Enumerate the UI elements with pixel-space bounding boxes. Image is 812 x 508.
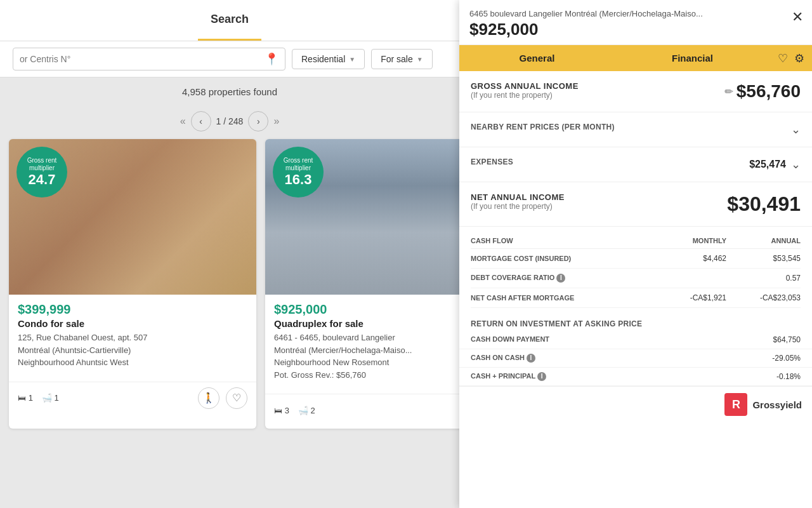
- pagination: « ‹ 1 / 248 › »: [0, 106, 459, 139]
- gross-income-value: ✏ $56,760: [724, 81, 801, 102]
- info-icon[interactable]: i: [537, 372, 546, 381]
- cashflow-annual-value: $53,545: [726, 249, 801, 269]
- roi-rows: CASH DOWN PAYMENT$64,750CASH ON CASHi-29…: [459, 331, 812, 386]
- listing-card[interactable]: Gross rentmultiplier 16.3 $925,000 Quadr…: [265, 139, 459, 429]
- cashflow-annual-value: 0.57: [726, 269, 801, 288]
- grossyield-footer: R Grossyield: [459, 386, 812, 422]
- search-tab[interactable]: Search: [198, 0, 261, 41]
- property-type-dropdown[interactable]: Residential ▼: [292, 49, 365, 69]
- first-page-button[interactable]: «: [180, 116, 186, 127]
- cashflow-row-label: DEBT COVERAGE RATIOi: [471, 269, 660, 288]
- card-actions: 🚶 ♡: [198, 387, 247, 409]
- panel-price: $925,000: [469, 20, 802, 39]
- cashflow-monthly-value: [660, 269, 726, 288]
- info-icon[interactable]: i: [556, 274, 565, 283]
- edit-icon[interactable]: ✏: [724, 86, 733, 98]
- bath-icon: 🛁 2: [298, 406, 315, 415]
- tab-general[interactable]: General: [459, 45, 615, 71]
- badge-value: 16.3: [285, 172, 312, 187]
- listing-type-label: For sale: [381, 54, 413, 64]
- badge-label: Gross rentmultiplier: [27, 157, 57, 172]
- chevron-down-icon: ⌄: [791, 157, 801, 171]
- close-button[interactable]: ✕: [792, 9, 803, 25]
- property-detail-panel: 6465 boulevard Langelier Montréal (Merci…: [459, 0, 812, 508]
- prev-page-button[interactable]: ‹: [191, 111, 211, 131]
- gross-income-header: GROSS ANNUAL INCOME (If you rent the pro…: [471, 81, 801, 102]
- card-address: 6461 - 6465, boulevard Langelier Montréa…: [274, 331, 459, 381]
- cashflow-row: DEBT COVERAGE RATIOi0.57: [471, 269, 801, 288]
- listing-type-dropdown[interactable]: For sale ▼: [371, 49, 432, 69]
- search-input-wrap[interactable]: 📍: [13, 48, 285, 70]
- card-type: Quadruplex for sale: [274, 318, 459, 329]
- gross-rent-multiplier-badge: Gross rentmultiplier 24.7: [16, 147, 67, 197]
- next-page-button[interactable]: ›: [248, 111, 268, 131]
- expenses-section[interactable]: EXPENSES $25,474 ⌄: [459, 147, 812, 182]
- card-stats: 🛏 1 🛁 1: [18, 393, 59, 403]
- gross-income-title: GROSS ANNUAL INCOME: [471, 81, 579, 91]
- card-image-wrap: Gross rentmultiplier 16.3: [265, 139, 459, 295]
- tab-financial[interactable]: Financial: [615, 45, 770, 71]
- roi-row-label: CASH DOWN PAYMENT: [471, 335, 549, 344]
- grossyield-name: Grossyield: [752, 399, 802, 410]
- card-price: $399,999: [18, 302, 247, 317]
- cashflow-row: NET CASH AFTER MORTGAGE-CA$1,921-CA$23,0…: [471, 288, 801, 308]
- card-address: 125, Rue Chabanel Ouest, apt. 507 Montré…: [18, 331, 247, 369]
- cashflow-monthly-value: -CA$1,921: [660, 288, 726, 308]
- net-income-title: NET ANNUAL INCOME: [471, 192, 565, 202]
- gross-income-section: GROSS ANNUAL INCOME (If you rent the pro…: [459, 71, 812, 112]
- expenses-label: EXPENSES: [471, 157, 513, 166]
- card-price: $925,000: [274, 302, 459, 317]
- info-icon[interactable]: i: [527, 354, 535, 363]
- cashflow-col-label: CASH FLOW: [471, 233, 660, 249]
- cards-area: Gross rentmultiplier 24.7 $399,999 Condo…: [0, 139, 459, 429]
- grossyield-logo: R: [724, 393, 747, 416]
- last-page-button[interactable]: »: [273, 116, 279, 127]
- bath-icon: 🛁 1: [42, 393, 59, 403]
- card-stats: 🛏 3 🛁 2: [274, 406, 315, 415]
- expenses-header: EXPENSES $25,474 ⌄: [471, 157, 801, 171]
- cashflow-monthly-value: $4,462: [660, 249, 726, 269]
- panel-address: 6465 boulevard Langelier Montréal (Merci…: [469, 9, 802, 18]
- location-pin-icon: 📍: [265, 52, 278, 66]
- card-image-wrap: Gross rentmultiplier 24.7: [9, 139, 256, 295]
- nearby-rent-section[interactable]: NEARBY RENT PRICES (PER MONTH) ⌄: [459, 112, 812, 147]
- card-footer: 🛏 1 🛁 1 🚶 ♡: [9, 382, 256, 417]
- cashflow-col-annual: ANNUAL: [726, 233, 801, 249]
- cashflow-row: MORTGAGE COST (INSURED)$4,462$53,545: [471, 249, 801, 269]
- bed-icon: 🛏 3: [274, 406, 289, 415]
- roi-row-label: CASH + PRINCIPALi: [471, 372, 546, 381]
- gross-income-subtitle: (If you rent the property): [471, 91, 579, 100]
- favorite-panel-button[interactable]: ♡: [778, 51, 788, 65]
- cashflow-col-monthly: MONTHLY: [660, 233, 726, 249]
- cashflow-annual-value: -CA$23,053: [726, 288, 801, 308]
- nearby-rent-label: NEARBY RENT PRICES (PER MONTH): [471, 123, 615, 131]
- roi-row: CASH + PRINCIPALi-0.18%: [459, 368, 812, 386]
- badge-value: 24.7: [29, 172, 56, 187]
- roi-row: CASH DOWN PAYMENT$64,750: [459, 331, 812, 349]
- card-footer: 🛏 3 🛁 2 ♡: [265, 394, 459, 429]
- results-count: 4,958 properties found: [0, 77, 459, 106]
- chevron-down-icon: ⌄: [791, 123, 801, 137]
- listing-card[interactable]: Gross rentmultiplier 24.7 $399,999 Condo…: [9, 139, 256, 429]
- favorite-button[interactable]: ♡: [226, 387, 247, 409]
- roi-row-value: $64,750: [773, 335, 801, 344]
- net-income-section: NET ANNUAL INCOME (If you rent the prope…: [459, 182, 812, 227]
- nearby-rent-header: NEARBY RENT PRICES (PER MONTH) ⌄: [471, 123, 801, 137]
- page-indicator: 1 / 248: [216, 116, 244, 126]
- badge-label: Gross rentmultiplier: [284, 157, 313, 172]
- walk-score-button[interactable]: 🚶: [198, 387, 219, 409]
- net-income-subtitle: (If you rent the property): [471, 202, 565, 211]
- chevron-down-icon: ▼: [349, 56, 355, 63]
- cashflow-row-label: NET CASH AFTER MORTGAGE: [471, 288, 660, 308]
- filters-row: 📍 Residential ▼ For sale ▼: [0, 41, 459, 77]
- panel-header: 6465 boulevard Langelier Montréal (Merci…: [459, 0, 812, 45]
- gross-rent-multiplier-badge: Gross rentmultiplier 16.3: [273, 147, 324, 197]
- settings-panel-button[interactable]: ⚙: [794, 51, 804, 65]
- search-input[interactable]: [20, 54, 261, 64]
- roi-title: RETURN ON INVESTMENT AT ASKING PRICE: [459, 312, 812, 331]
- expenses-value: $25,474: [749, 159, 786, 170]
- roi-row-value: -0.18%: [776, 372, 801, 381]
- roi-row-value: -29.05%: [772, 354, 801, 363]
- cashflow-table: CASH FLOW MONTHLY ANNUAL MORTGAGE COST (…: [471, 233, 801, 308]
- card-type: Condo for sale: [18, 318, 247, 329]
